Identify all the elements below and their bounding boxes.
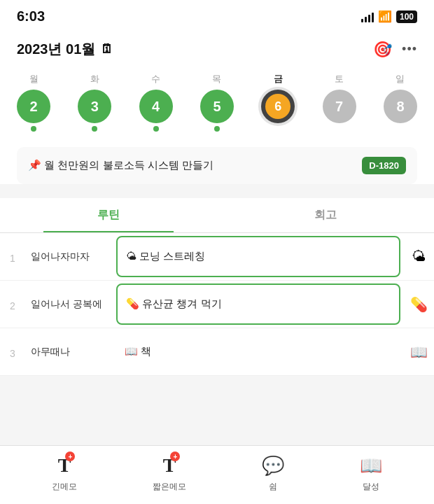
routine-num-3: 3 bbox=[0, 328, 25, 375]
context-rest[interactable]: 💬 쉼 bbox=[262, 454, 284, 493]
achieve-icon: 📖 bbox=[360, 454, 382, 477]
day-circle-sun[interactable]: 8 bbox=[384, 90, 417, 123]
day-label-thu: 목 bbox=[212, 73, 221, 85]
active-day-inner: 6 bbox=[265, 94, 290, 119]
day-circle-sat[interactable]: 7 bbox=[323, 90, 356, 123]
routine-label-1: 일어나자마자 bbox=[25, 233, 116, 280]
context-short-memo[interactable]: T + 짧은메모 bbox=[153, 454, 186, 493]
day-wed[interactable]: 수 4 bbox=[139, 73, 173, 133]
day-circle-tue[interactable]: 3 bbox=[78, 90, 111, 123]
day-sun[interactable]: 일 8 bbox=[384, 73, 417, 133]
context-menu: T + 긴메모 T + 짧은메모 💬 쉼 📖 달성 bbox=[0, 445, 434, 504]
context-achieve[interactable]: 📖 달성 bbox=[360, 454, 382, 493]
tab-routine[interactable]: 루틴 bbox=[0, 198, 217, 232]
long-memo-icon: T + bbox=[58, 454, 71, 477]
routine-icon-2: 💊 bbox=[403, 281, 434, 328]
routine-table: 1 일어나자마자 🌤 모닝 스트레칭 🌤 2 일어나서 공복에 💊 유산균 챙겨… bbox=[0, 233, 434, 376]
battery-indicator: 100 bbox=[396, 10, 417, 23]
day-sat[interactable]: 토 7 bbox=[323, 73, 356, 133]
tab-bar: 루틴 회고 bbox=[0, 198, 434, 233]
dot-wed bbox=[153, 126, 159, 132]
month-title-text: 2023년 01월 bbox=[17, 40, 95, 59]
header-actions: 🎯 ••• bbox=[373, 41, 417, 59]
routine-row-2: 2 일어나서 공복에 💊 유산균 챙겨 먹기 💊 bbox=[0, 281, 434, 328]
dot-mon bbox=[31, 126, 36, 132]
banner-badge: D-1820 bbox=[362, 157, 406, 174]
day-label-fri: 금 bbox=[274, 73, 283, 85]
short-memo-badge: + bbox=[170, 451, 180, 461]
target-icon[interactable]: 🎯 bbox=[373, 41, 392, 59]
more-icon[interactable]: ••• bbox=[402, 42, 417, 57]
day-label-wed: 수 bbox=[151, 73, 160, 85]
long-memo-label: 긴메모 bbox=[52, 481, 77, 493]
routine-task-3[interactable]: 📖 책 bbox=[116, 328, 403, 375]
routine-label-2: 일어나서 공복에 bbox=[25, 281, 116, 328]
signal-icon bbox=[361, 11, 374, 22]
goal-banner[interactable]: 📌 월 천만원의 불로소득 시스템 만들기 D-1820 bbox=[17, 147, 417, 184]
day-circle-mon[interactable]: 2 bbox=[17, 90, 50, 123]
routine-label-3: 아무때나 bbox=[25, 328, 116, 375]
calendar-icon: 🗓 bbox=[101, 42, 113, 57]
dot-tue bbox=[92, 126, 97, 132]
routine-icon-1: 🌤 bbox=[403, 233, 434, 280]
context-long-memo[interactable]: T + 긴메모 bbox=[52, 454, 77, 493]
rest-label: 쉼 bbox=[269, 481, 277, 493]
routine-num-2: 2 bbox=[0, 281, 25, 328]
wifi-icon: 📶 bbox=[378, 10, 392, 23]
day-label-sat: 토 bbox=[335, 73, 344, 85]
tab-review[interactable]: 회고 bbox=[217, 198, 434, 232]
day-circle-thu[interactable]: 5 bbox=[200, 90, 234, 123]
day-circle-wed[interactable]: 4 bbox=[139, 90, 173, 123]
short-memo-icon: T + bbox=[163, 454, 176, 477]
main-content: 2023년 01월 🗓 🎯 ••• 월 2 화 3 수 4 목 5 bbox=[0, 29, 434, 184]
short-memo-label: 짧은메모 bbox=[153, 481, 186, 493]
routine-row-3: 3 아무때나 📖 책 📖 bbox=[0, 328, 434, 376]
day-label-sun: 일 bbox=[396, 73, 405, 85]
rest-icon: 💬 bbox=[262, 454, 284, 477]
routine-num-1: 1 bbox=[0, 233, 25, 280]
day-thu[interactable]: 목 5 bbox=[200, 73, 234, 133]
day-label-mon: 월 bbox=[29, 73, 38, 85]
month-header: 2023년 01월 🗓 🎯 ••• bbox=[17, 29, 417, 67]
status-icons: 📶 100 bbox=[361, 10, 417, 23]
day-label-tue: 화 bbox=[90, 73, 99, 85]
achieve-label: 달성 bbox=[363, 481, 379, 493]
status-bar: 6:03 📶 100 bbox=[0, 0, 434, 29]
long-memo-badge: + bbox=[65, 451, 75, 461]
routine-row-1: 1 일어나자마자 🌤 모닝 스트레칭 🌤 bbox=[0, 233, 434, 281]
routine-task-2[interactable]: 💊 유산균 챙겨 먹기 bbox=[116, 284, 400, 325]
month-title: 2023년 01월 🗓 bbox=[17, 40, 113, 59]
status-time: 6:03 bbox=[17, 8, 45, 24]
day-mon[interactable]: 월 2 bbox=[17, 73, 50, 133]
day-tue[interactable]: 화 3 bbox=[78, 73, 111, 133]
day-fri[interactable]: 금 6 bbox=[261, 73, 295, 133]
banner-text: 📌 월 천만원의 불로소득 시스템 만들기 bbox=[28, 159, 214, 172]
dot-thu bbox=[214, 126, 220, 132]
routine-icon-3: 📖 bbox=[403, 328, 434, 375]
week-calendar: 월 2 화 3 수 4 목 5 금 6 토 7 bbox=[17, 67, 417, 147]
day-circle-fri[interactable]: 6 bbox=[261, 90, 295, 123]
routine-task-1[interactable]: 🌤 모닝 스트레칭 bbox=[116, 236, 400, 277]
